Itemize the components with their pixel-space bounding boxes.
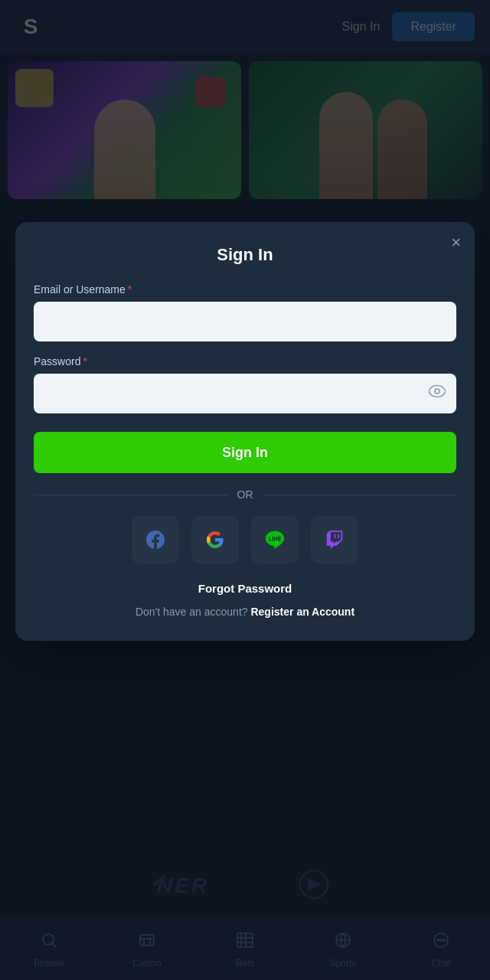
sign-in-modal: × Sign In Email or Username* Password* S… (15, 222, 475, 641)
or-line-right (263, 495, 457, 495)
svg-point-0 (435, 389, 439, 394)
or-text: OR (237, 488, 253, 501)
google-login-button[interactable] (191, 516, 239, 564)
forgot-password-link[interactable]: Forgot Password (34, 582, 456, 595)
password-required: * (83, 355, 87, 368)
or-divider: OR (34, 488, 456, 501)
password-input[interactable] (34, 374, 456, 413)
social-buttons (34, 516, 456, 564)
password-label: Password* (34, 355, 456, 368)
password-form-group: Password* (34, 355, 456, 413)
modal-title: Sign In (34, 245, 456, 265)
toggle-password-button[interactable] (429, 385, 446, 403)
facebook-login-button[interactable] (132, 516, 179, 564)
register-account-link[interactable]: Register an Account (250, 606, 354, 618)
modal-close-button[interactable]: × (451, 234, 461, 251)
email-required: * (128, 283, 132, 296)
register-link-row: Don't have an account? Register an Accou… (34, 606, 456, 618)
line-login-button[interactable] (251, 516, 299, 564)
or-line-left (34, 495, 228, 495)
password-wrapper (34, 374, 456, 413)
sign-in-submit-button[interactable]: Sign In (34, 432, 456, 473)
twitch-login-button[interactable] (311, 516, 358, 564)
email-label: Email or Username* (34, 283, 456, 296)
email-input[interactable] (34, 302, 456, 341)
email-form-group: Email or Username* (34, 283, 456, 341)
